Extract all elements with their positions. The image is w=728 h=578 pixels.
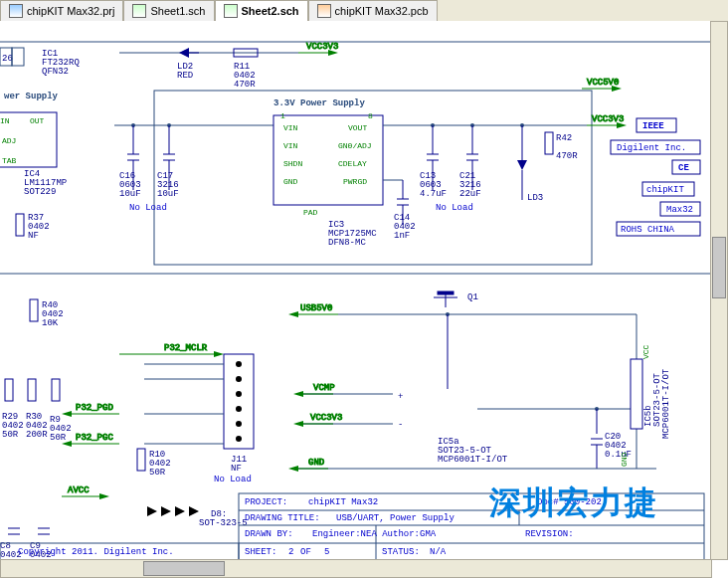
- svg-text:AVCC: AVCC: [68, 485, 90, 495]
- svg-rect-143: [224, 354, 254, 449]
- svg-text:ADJ: ADJ: [2, 136, 16, 145]
- svg-text:Q1: Q1: [467, 292, 478, 302]
- svg-text:SHDN: SHDN: [283, 159, 302, 168]
- svg-text:IN: IN: [0, 116, 10, 125]
- schematic-canvas[interactable]: 26 IC1 FT232RQ QFN32 LD2 RED R11 0402 47…: [0, 21, 728, 560]
- svg-marker-95: [517, 160, 527, 170]
- svg-text:VCC3V3: VCC3V3: [306, 42, 338, 52]
- svg-text:3.3V Power Supply: 3.3V Power Supply: [273, 98, 365, 108]
- svg-text:50R: 50R: [2, 430, 19, 440]
- svg-rect-4: [12, 48, 24, 66]
- svg-text:QFN32: QFN32: [42, 67, 69, 77]
- svg-text:MCP6001T-I/OT: MCP6001T-I/OT: [661, 368, 671, 439]
- tab-sheet1[interactable]: Sheet1.sch: [123, 0, 214, 21]
- svg-marker-199: [175, 506, 185, 516]
- svg-text:GND: GND: [283, 177, 298, 186]
- svg-text:26: 26: [2, 54, 13, 64]
- svg-marker-198: [161, 506, 171, 516]
- svg-point-147: [236, 406, 242, 412]
- svg-text:VIN: VIN: [283, 123, 298, 132]
- svg-rect-161: [438, 291, 454, 294]
- svg-text:470R: 470R: [556, 151, 578, 161]
- svg-text:CDELAY: CDELAY: [338, 159, 367, 168]
- svg-rect-124: [28, 379, 36, 401]
- svg-text:P32_PGC: P32_PGC: [76, 433, 113, 443]
- svg-text:R42: R42: [556, 133, 572, 143]
- svg-text:VCC: VCC: [641, 344, 650, 359]
- svg-text:VIN: VIN: [283, 141, 298, 150]
- svg-text:Doc# 500-202: Doc# 500-202: [537, 497, 602, 507]
- svg-text:DRAWN BY:: DRAWN BY:: [245, 529, 293, 539]
- svg-point-149: [236, 436, 242, 442]
- svg-rect-188: [631, 359, 642, 429]
- svg-marker-203: [99, 493, 109, 499]
- svg-text:1nF: 1nF: [394, 231, 410, 241]
- svg-text:No Load: No Load: [214, 475, 252, 484]
- svg-text:P32_PGD: P32_PGD: [76, 403, 113, 413]
- svg-point-148: [236, 421, 242, 427]
- svg-rect-123: [5, 379, 13, 401]
- svg-marker-195: [288, 466, 298, 472]
- schematic-drawing: 26 IC1 FT232RQ QFN32 LD2 RED R11 0402 47…: [0, 21, 712, 560]
- svg-text:VOUT: VOUT: [348, 123, 367, 132]
- svg-text:Max32: Max32: [666, 205, 693, 215]
- tab-sheet2[interactable]: Sheet2.sch: [215, 0, 308, 21]
- svg-text:MCP6001T-I/OT: MCP6001T-I/OT: [438, 455, 508, 465]
- svg-point-146: [236, 391, 242, 397]
- svg-text:SOT-323-5: SOT-323-5: [199, 518, 248, 528]
- svg-text:1: 1: [280, 111, 285, 120]
- svg-marker-172: [293, 421, 303, 427]
- svg-text:DFN8-MC: DFN8-MC: [328, 238, 366, 248]
- svg-rect-139: [137, 449, 145, 471]
- svg-text:Digilent Inc.: Digilent Inc.: [617, 143, 686, 153]
- svg-text:USB/UART, Power Supply: USB/UART, Power Supply: [336, 513, 455, 523]
- svg-point-145: [236, 376, 242, 382]
- svg-text:Copyright 2011. Digilent Inc.: Copyright 2011. Digilent Inc.: [18, 547, 174, 557]
- svg-text:P32_MCLR: P32_MCLR: [164, 343, 208, 353]
- svg-text:VCMP: VCMP: [313, 383, 335, 393]
- svg-text:50R: 50R: [50, 433, 67, 443]
- svg-rect-28: [16, 214, 24, 236]
- svg-text:VCC5V0: VCC5V0: [587, 78, 619, 88]
- svg-text:chipKIT Max32: chipKIT Max32: [308, 497, 378, 507]
- svg-marker-9: [179, 48, 189, 58]
- svg-text:wer Supply: wer Supply: [4, 92, 59, 101]
- svg-text:4.7uF: 4.7uF: [420, 189, 447, 199]
- svg-text:22uF: 22uF: [459, 189, 481, 199]
- tab-project[interactable]: chipKIT Max32.prj: [0, 0, 123, 21]
- svg-text:PAD: PAD: [303, 208, 318, 217]
- svg-text:No Load: No Load: [129, 203, 167, 213]
- svg-text:470R: 470R: [234, 80, 256, 90]
- svg-marker-165: [393, 384, 477, 434]
- svg-text:Engineer:NEA Author:GMA: Engineer:NEA Author:GMA: [312, 529, 437, 539]
- svg-text:10uF: 10uF: [157, 189, 179, 199]
- svg-text:PROJECT:: PROJECT:: [245, 497, 287, 507]
- svg-marker-200: [189, 506, 199, 516]
- svg-text:RED: RED: [177, 71, 193, 81]
- svg-text:NF: NF: [28, 231, 39, 241]
- svg-text:DRAWING TITLE:: DRAWING TITLE:: [245, 513, 320, 523]
- svg-text:chipKIT: chipKIT: [646, 185, 684, 195]
- svg-text:ROHS CHINA: ROHS CHINA: [621, 225, 675, 235]
- svg-text:N/A: N/A: [430, 547, 447, 557]
- svg-point-144: [236, 361, 242, 367]
- svg-text:OUT: OUT: [30, 116, 45, 125]
- svg-text:GN0/ADJ: GN0/ADJ: [338, 141, 372, 150]
- tab-pcb[interactable]: chipKIT Max32.pcb: [308, 0, 438, 21]
- vertical-scrollbar[interactable]: [710, 21, 728, 560]
- file-tabs: chipKIT Max32.prj Sheet1.sch Sheet2.sch …: [0, 0, 728, 22]
- svg-text:200R: 200R: [26, 430, 48, 440]
- svg-rect-117: [30, 299, 38, 321]
- svg-text:No Load: No Load: [436, 203, 473, 213]
- svg-text:OF: OF: [300, 547, 311, 557]
- svg-text:CE: CE: [678, 163, 689, 173]
- svg-text:5: 5: [324, 547, 329, 557]
- horizontal-scrollbar[interactable]: [0, 559, 712, 578]
- svg-text:2: 2: [288, 547, 293, 557]
- svg-text:PWRGD: PWRGD: [343, 177, 367, 186]
- svg-text:-: -: [398, 420, 403, 430]
- svg-text:IEEE: IEEE: [642, 121, 664, 131]
- svg-text:VCC3V3: VCC3V3: [592, 114, 624, 124]
- svg-rect-125: [52, 379, 60, 401]
- svg-marker-197: [147, 506, 157, 516]
